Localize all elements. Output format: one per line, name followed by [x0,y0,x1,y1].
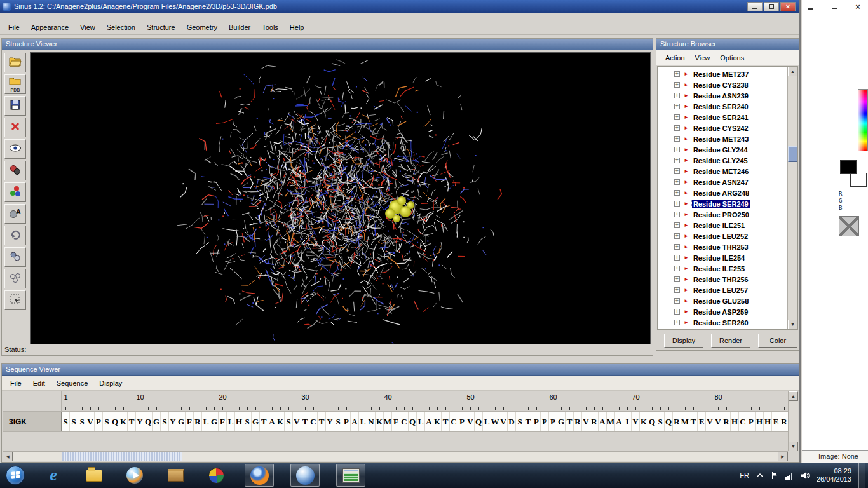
sequence-cell-22[interactable]: H [235,412,243,431]
browser-menu-action[interactable]: Action [660,51,690,64]
flag-icon[interactable] [771,471,778,480]
residue-label[interactable]: Residue SER240 [692,103,750,111]
sequence-cell-5[interactable]: P [95,412,103,431]
taskbar-explorer-button[interactable] [82,464,106,486]
scroll-left-button[interactable]: ◀ [3,452,13,461]
tree-row-residue-asn247[interactable]: +►Residue ASN247 [658,177,787,187]
sequence-cell-54[interactable]: V [499,412,508,431]
colored-spheres-button[interactable] [4,182,26,202]
sequence-cell-82[interactable]: H [731,412,739,431]
sequence-cell-32[interactable]: T [318,412,326,431]
clock[interactable]: 08:29 26/04/2013 [817,467,851,484]
taskbar-sirius-orb-button[interactable] [290,464,320,487]
sequence-cell-1[interactable]: S [62,412,70,431]
sequence-cell-86[interactable]: H [764,412,772,431]
sequence-cell-17[interactable]: R [194,412,202,431]
expand-icon[interactable]: + [674,71,680,77]
sequence-cell-55[interactable]: D [508,412,516,431]
show-desktop-button[interactable] [858,463,865,488]
sequence-cell-69[interactable]: I [623,412,632,431]
expand-icon[interactable]: + [674,114,680,120]
expand-icon[interactable]: + [674,255,680,261]
sequence-cell-34[interactable]: S [334,412,342,431]
expand-icon[interactable]: + [674,136,680,142]
expand-icon[interactable]: + [674,298,680,304]
residue-label[interactable]: Residue ILE254 [692,254,746,262]
sequence-cell-58[interactable]: P [532,412,541,431]
expand-icon[interactable]: + [674,244,680,250]
sequence-cell-30[interactable]: T [301,412,309,431]
expand-icon[interactable]: + [674,233,680,239]
tree-row-residue-ile251[interactable]: +►Residue ILE251 [658,220,787,231]
expand-icon[interactable]: + [674,309,680,315]
expand-icon[interactable]: + [674,222,680,228]
sequence-cell-85[interactable]: H [756,412,764,431]
tree-row-residue-cys242[interactable]: +►Residue CYS242 [658,123,787,133]
sequence-cell-87[interactable]: E [772,412,780,431]
display-button[interactable]: Display [664,334,703,348]
eye-button[interactable] [4,139,26,159]
expand-icon[interactable]: + [674,212,680,217]
residue-label[interactable]: Residue MET237 [692,71,750,78]
minimize-button[interactable] [747,2,763,11]
maximize-button[interactable] [764,2,779,11]
sequence-cell-80[interactable]: V [714,412,722,431]
residue-label[interactable]: Residue GLU258 [692,297,750,305]
expand-icon[interactable]: + [674,104,680,109]
sequence-cell-78[interactable]: E [698,412,706,431]
sequence-cell-6[interactable]: S [103,412,111,431]
menu-file[interactable]: File [3,21,25,34]
sequence-cell-14[interactable]: Y [169,412,177,431]
tree-row-residue-cys238[interactable]: +►Residue CYS238 [658,79,787,90]
tree-row-residue-asn239[interactable]: +►Residue ASN239 [658,90,787,101]
side-minimize-button[interactable] [806,3,816,11]
rotate-arrow-button[interactable] [4,226,26,245]
tree-row-residue-asp259[interactable]: +►Residue ASP259 [658,306,787,317]
sequence-cell-57[interactable]: T [524,412,532,431]
expand-icon[interactable]: + [674,190,680,196]
residue-label[interactable]: Residue ASP259 [692,308,749,316]
scroll-thumb[interactable] [788,146,797,162]
menu-help[interactable]: Help [284,21,310,34]
hscroll-thumb[interactable] [62,452,182,461]
sequence-cell-83[interactable]: C [739,412,747,431]
residue-label[interactable]: Residue MET243 [692,135,750,143]
tree-row-residue-leu252[interactable]: +►Residue LEU252 [658,231,787,241]
seq-menu-sequence[interactable]: Sequence [51,377,94,390]
residue-label[interactable]: Residue SER241 [692,114,750,121]
tree-row-residue-pro250[interactable]: +►Residue PRO250 [658,209,787,220]
sequence-cell-88[interactable]: R [780,412,788,431]
sequence-cell-16[interactable]: F [186,412,194,431]
sequence-cell-50[interactable]: V [466,412,475,431]
sequence-cell-52[interactable]: L [483,412,491,431]
sequence-cell-41[interactable]: F [392,412,400,431]
sequence-cell-33[interactable]: Y [326,412,334,431]
sequence-cell-59[interactable]: P [541,412,549,431]
scroll-up-button[interactable]: ▲ [788,67,797,76]
color-palette[interactable] [858,89,868,151]
residue-label[interactable]: Residue GLY244 [692,146,749,154]
open-folder-button[interactable] [4,53,26,72]
molecule-outline-button[interactable] [4,269,26,288]
open-pdb-button[interactable]: PDB [4,74,26,94]
residue-label[interactable]: Residue ASN239 [692,92,750,100]
tree-row-residue-ile255[interactable]: +►Residue ILE255 [658,263,787,274]
tree-row-residue-gly244[interactable]: +►Residue GLY244 [658,144,787,155]
molecule-pair-button[interactable] [4,247,26,267]
sequence-cell-81[interactable]: R [722,412,731,431]
sequence-cell-20[interactable]: F [219,412,227,431]
expand-icon[interactable]: + [674,158,680,163]
sequence-cell-25[interactable]: T [260,412,268,431]
sequence-hscrollbar[interactable]: ◀ ▶ [3,451,788,461]
sequence-cell-60[interactable]: P [549,412,557,431]
residue-label[interactable]: Residue CYS238 [692,81,750,89]
sequence-cell-45[interactable]: A [425,412,433,431]
residue-label[interactable]: Residue LEU257 [692,287,749,294]
sequence-cell-35[interactable]: P [342,412,351,431]
menu-view[interactable]: View [74,21,101,34]
expand-icon[interactable]: + [674,93,680,98]
no-color-swatch[interactable] [839,216,859,236]
sequence-cell-61[interactable]: G [557,412,566,431]
browser-menu-options[interactable]: Options [715,51,749,64]
taskbar-firefox-button[interactable] [245,464,274,487]
